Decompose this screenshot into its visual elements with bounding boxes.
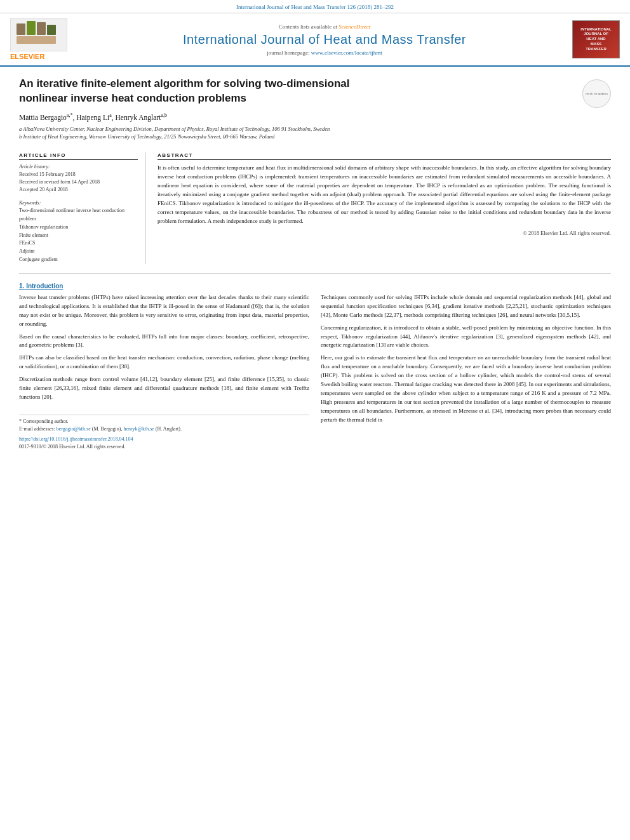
author-anglart-sup: a,b	[161, 112, 167, 118]
author-li: , Haipeng Li	[72, 114, 109, 121]
copyright-footer: 0017-9310/© 2018 Elsevier Ltd. All right…	[19, 443, 309, 451]
intro-para-2: Based on the causal characteristics to b…	[19, 333, 309, 350]
authors-line: Mattia Bergagioa,*, Haipeng Lia, Henryk …	[19, 112, 575, 121]
homepage-url: www.elsevier.com/locate/ijhmt	[311, 50, 382, 56]
email-line: E-mail addresses: bergagio@kth.se (M. Be…	[19, 425, 309, 433]
article-body: An iterative finite-element algorithm fo…	[0, 67, 630, 464]
intro-para-4: Discretization methods range from contro…	[19, 375, 309, 402]
author-anglart: , Henryk Anglart	[112, 114, 161, 121]
journal-logo-image: INTERNATIONALJOURNAL OFHEAT ANDMASSTRANS…	[572, 20, 620, 58]
received-date: Received 15 February 2018	[19, 171, 138, 178]
abstract-header: ABSTRACT	[158, 152, 611, 160]
elsevier-logo-area: 🌳 ELSEVIER	[10, 18, 80, 60]
journal-logo-right-area: INTERNATIONALJOURNAL OFHEAT ANDMASSTRANS…	[569, 20, 620, 58]
abstract-copyright: © 2018 Elsevier Ltd. All rights reserved…	[158, 230, 611, 236]
check-updates-badge: check for updates	[582, 79, 611, 108]
intro-para-r2: Concerning regularization, it is introdu…	[321, 324, 611, 350]
elsevier-logo: 🌳 ELSEVIER	[10, 18, 80, 60]
contents-line: Contents lists available at ScienceDirec…	[80, 23, 569, 30]
email1: bergagio@kth.se	[57, 426, 91, 432]
keywords-section: Keywords: Two-dimensional nonlinear inve…	[19, 200, 138, 264]
article-info-column: ARTICLE INFO Article history: Received 1…	[19, 152, 146, 264]
title-and-authors: An iterative finite-element algorithm fo…	[19, 77, 575, 147]
accepted-date: Accepted 20 April 2018	[19, 186, 138, 194]
affiliation-b: b Institute of Heat Engineering, Warsaw …	[19, 133, 575, 141]
intro-para-r1: Techniques commonly used for solving IHT…	[321, 293, 611, 320]
affiliations: a AlbaNova University Center, Nuclear En…	[19, 125, 575, 142]
keywords-label: Keywords:	[19, 200, 138, 206]
top-bar: International Journal of Heat and Mass T…	[0, 0, 630, 13]
revised-date: Received in revised form 14 April 2018	[19, 178, 138, 186]
corresponding-note: * Corresponding author.	[19, 418, 309, 425]
intro-col-left: Inverse heat transfer problems (IHTPs) h…	[19, 293, 309, 451]
intro-para-3: IHTPs can also be classified based on th…	[19, 354, 309, 371]
journal-center-info: Contents lists available at ScienceDirec…	[80, 23, 569, 56]
keyword-6: Conjugate gradient	[19, 256, 138, 264]
intro-para-1: Inverse heat transfer problems (IHTPs) h…	[19, 293, 309, 329]
svg-rect-5	[47, 25, 56, 35]
keyword-4: FEniCS	[19, 239, 138, 248]
abstract-column: ABSTRACT It is often useful to determine…	[158, 152, 611, 264]
article-info-header: ARTICLE INFO	[19, 152, 138, 160]
badge-text: check for updates	[586, 92, 608, 96]
author-bergagio: Mattia Bergagio	[19, 114, 67, 121]
email2: henryk@kth.se	[123, 426, 154, 432]
footnote-divider	[19, 415, 309, 415]
keyword-2: Tikhonov regularization	[19, 223, 138, 232]
doi-footer: https://doi.org/10.1016/j.ijheatmasstran…	[19, 436, 309, 443]
svg-rect-3	[27, 21, 36, 35]
keyword-3: Finite element	[19, 232, 138, 240]
svg-rect-6	[17, 36, 56, 44]
abstract-text: It is often useful to determine temperat…	[158, 164, 611, 226]
author-bergagio-sup: a,*	[67, 112, 73, 118]
keyword-5: Adjoint	[19, 248, 138, 256]
intro-col-right: Techniques commonly used for solving IHT…	[321, 293, 611, 451]
sciencedirect-label: ScienceDirect	[338, 23, 370, 30]
introduction-title: 1. Introduction	[19, 283, 611, 290]
elsevier-tree-icon: 🌳	[10, 18, 67, 51]
intro-para-r3: Here, our goal is to estimate the transi…	[321, 354, 611, 425]
journal-citation: International Journal of Heat and Mass T…	[236, 4, 394, 10]
homepage-line: journal homepage: www.elsevier.com/locat…	[80, 50, 569, 56]
title-row: An iterative finite-element algorithm fo…	[19, 77, 611, 147]
keyword-1: Two-dimensional nonlinear inverse heat c…	[19, 207, 138, 223]
main-two-col: Inverse heat transfer problems (IHTPs) h…	[19, 293, 611, 451]
introduction-section: 1. Introduction Inverse heat transfer pr…	[19, 283, 611, 451]
affiliation-a: a AlbaNova University Center, Nuclear En…	[19, 125, 575, 133]
paper-title: An iterative finite-element algorithm fo…	[19, 77, 575, 106]
info-abstract-section: ARTICLE INFO Article history: Received 1…	[19, 152, 611, 264]
history-label: Article history:	[19, 164, 138, 170]
elsevier-brand: ELSEVIER	[10, 53, 44, 60]
svg-rect-2	[17, 23, 25, 35]
journal-header: 🌳 ELSEVIER Contents lists available at S…	[0, 13, 630, 67]
journal-title: International Journal of Heat and Mass T…	[80, 32, 569, 47]
section-divider	[19, 273, 611, 274]
svg-rect-4	[37, 22, 46, 35]
